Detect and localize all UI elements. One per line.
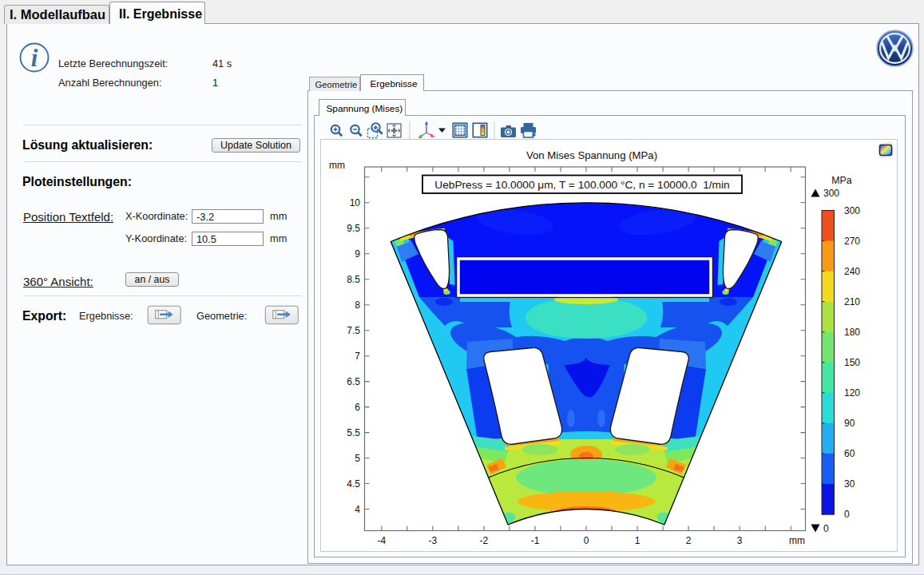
svg-text:300: 300: [823, 188, 839, 199]
svg-text:4: 4: [355, 504, 360, 515]
svg-text:60: 60: [844, 448, 855, 459]
svg-text:7.5: 7.5: [347, 325, 360, 336]
svg-text:8: 8: [355, 299, 360, 311]
svg-text:Von Mises Spannung (MPa): Von Mises Spannung (MPa): [526, 149, 657, 161]
svg-text:6.5: 6.5: [347, 376, 360, 387]
svg-text:-2: -2: [480, 535, 489, 546]
svg-text:6: 6: [355, 402, 360, 413]
svg-text:mm: mm: [789, 535, 805, 546]
svg-text:300: 300: [844, 205, 860, 216]
svg-text:240: 240: [844, 266, 860, 277]
svg-text:mm: mm: [329, 160, 345, 171]
svg-text:UebPress = 10.0000 μm, T = 100: UebPress = 10.0000 μm, T = 100.000 °C, n…: [434, 179, 729, 191]
svg-text:10: 10: [350, 197, 361, 208]
svg-text:-4: -4: [377, 535, 386, 546]
svg-text:210: 210: [844, 296, 860, 307]
svg-text:8.5: 8.5: [347, 274, 360, 285]
svg-text:2: 2: [686, 535, 692, 546]
svg-text:-1: -1: [531, 535, 540, 546]
svg-text:9: 9: [355, 248, 360, 260]
svg-text:0: 0: [823, 523, 829, 534]
svg-text:MPa: MPa: [831, 175, 851, 186]
svg-text:90: 90: [844, 418, 855, 429]
svg-text:120: 120: [844, 387, 860, 399]
svg-text:-3: -3: [429, 535, 438, 546]
svg-text:30: 30: [844, 478, 855, 490]
svg-text:1: 1: [635, 535, 640, 546]
svg-text:3: 3: [737, 535, 743, 546]
svg-text:150: 150: [844, 357, 860, 368]
svg-text:0: 0: [584, 535, 589, 546]
svg-text:0: 0: [844, 509, 850, 520]
svg-text:i: i: [31, 44, 38, 72]
svg-text:4.5: 4.5: [347, 478, 360, 490]
svg-text:5.5: 5.5: [347, 427, 360, 438]
svg-text:7: 7: [355, 351, 360, 362]
svg-text:9.5: 9.5: [347, 223, 360, 234]
svg-text:180: 180: [844, 327, 860, 338]
svg-text:270: 270: [844, 236, 860, 247]
svg-text:5: 5: [355, 453, 360, 464]
